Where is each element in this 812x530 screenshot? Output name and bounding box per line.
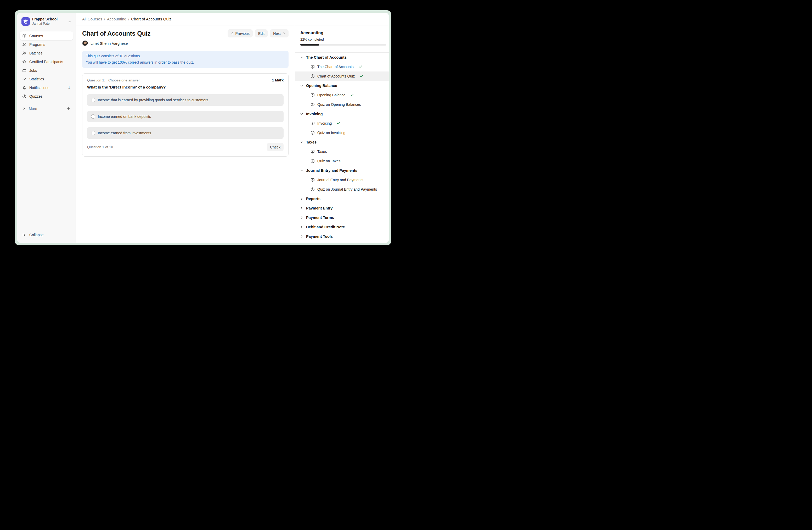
edit-button[interactable]: Edit [255,29,267,38]
outline-section-payment-entry[interactable]: Payment Entry [295,204,389,213]
sidebar-collapse-button[interactable]: Collapse [20,231,73,239]
radio-button-icon[interactable] [91,131,95,135]
sidebar-collapse-label: Collapse [29,233,43,237]
author-row: Linet Sherin Varghese [82,40,289,46]
content-column: All Courses / Accounting / Chart of Acco… [76,13,389,243]
workspace-meta: Frappe School Jannat Patel [32,17,66,26]
graduation-cap-icon [22,60,26,64]
chevron-down-icon [300,169,303,172]
outline-section-payment-terms[interactable]: Payment Terms [295,213,389,222]
outline-section-payment-tools[interactable]: Payment Tools [295,232,389,241]
outline-quiz-chart-of-accounts-quiz[interactable]: Chart of Accounts Quiz [295,71,389,81]
check-icon [350,93,354,97]
quiz-icon [310,131,315,135]
workspace-switcher[interactable]: Frappe School Jannat Patel [20,16,73,26]
outline-section-opening-balance[interactable]: Opening Balance [295,81,389,90]
sidebar-item-label: Statistics [29,77,44,81]
breadcrumb-separator: / [128,17,129,21]
sidebar-item-batches[interactable]: Batches [20,49,73,57]
outline-section-reports[interactable]: Reports [295,194,389,204]
question-text: What is the 'Direct Income' of a company… [87,85,284,89]
outline-lesson-the-chart-of-accounts[interactable]: The Chart of Accounts [295,62,389,71]
question-instruction: Choose one answer [108,78,140,82]
chevron-right-icon [300,206,303,210]
quiz-notice-line1: This quiz consists of 10 questions. [86,53,285,59]
outline-section-taxes[interactable]: Taxes [295,138,389,147]
sidebar-item-quizzes[interactable]: Quizzes [20,92,73,100]
chevron-right-icon [300,225,303,229]
answer-option-3[interactable]: Income earned from investments [87,127,284,139]
title-row: Chart of Accounts Quiz Previous Edit [82,29,289,38]
course-progress-bar [300,44,386,45]
course-outline-header: Accounting 22% completed [295,25,389,45]
breadcrumb-bar: All Courses / Accounting / Chart of Acco… [76,13,389,25]
workspace-user: Jannat Patel [32,22,66,26]
check-icon [360,74,364,78]
sidebar-spacer [20,113,73,231]
sidebar-item-label: Batches [29,51,43,55]
route-icon [22,42,26,46]
outline-section-journal-entry-and-payments[interactable]: Journal Entry and Payments [295,166,389,175]
next-button[interactable]: Next [270,29,289,38]
chevron-left-icon [231,32,234,35]
sidebar-item-programs[interactable]: Programs [20,40,73,49]
app-window: Frappe School Jannat Patel Courses Progr… [17,13,389,243]
course-outline-tree: The Chart of Accounts The Chart of Accou… [295,53,389,243]
check-button-label: Check [270,145,280,149]
outline-quiz-on-taxes[interactable]: Quiz on Taxes [295,156,389,166]
outline-lesson-taxes[interactable]: Taxes [295,147,389,156]
sidebar-item-notifications[interactable]: Notifications 1 [20,83,73,92]
sidebar-more-toggle[interactable]: More [20,104,73,113]
outline-lesson-opening-balance[interactable]: Opening Balance [295,90,389,100]
lesson-icon [310,150,315,154]
outline-quiz-on-opening-balances[interactable]: Quiz on Opening Balances [295,100,389,109]
author-name: Linet Sherin Varghese [90,41,128,45]
chevron-down-icon [300,56,303,59]
chevron-right-icon [300,235,303,238]
window-frame: Frappe School Jannat Patel Courses Progr… [15,10,391,245]
course-outline-panel: Accounting 22% completed The Chart of Ac… [295,25,389,243]
bell-icon [22,86,26,90]
help-circle-icon [22,94,26,98]
breadcrumb-accounting[interactable]: Accounting [107,17,126,21]
outline-lesson-journal-entry-and-payments[interactable]: Journal Entry and Payments [295,175,389,185]
sidebar-item-label: Certified Participants [29,60,63,64]
previous-button[interactable]: Previous [228,29,253,38]
users-icon [22,51,26,55]
outline-lesson-invoicing[interactable]: Invoicing [295,118,389,128]
app-sidebar: Frappe School Jannat Patel Courses Progr… [17,13,76,243]
outline-quiz-on-invoicing[interactable]: Quiz on Invoicing [295,128,389,138]
add-button[interactable] [67,107,71,111]
lesson-icon [310,93,315,97]
course-title: Accounting [300,31,383,36]
radio-button-icon[interactable] [91,114,95,118]
chevron-down-icon [300,84,303,87]
outline-section-invoicing[interactable]: Invoicing [295,109,389,118]
answer-option-1[interactable]: Income that is earned by providing goods… [87,94,284,106]
sidebar-item-label: Jobs [29,68,37,72]
outline-section-debit-and-credit-note[interactable]: Debit and Credit Note [295,222,389,232]
breadcrumb-separator: / [104,17,105,21]
outline-quiz-on-journal-entry-and-payments[interactable]: Quiz on Journal Entry and Payments [295,185,389,194]
sidebar-item-statistics[interactable]: Statistics [20,75,73,83]
check-icon [359,65,363,69]
chevron-right-icon [300,197,303,200]
outline-section-the-chart-of-accounts[interactable]: The Chart of Accounts [295,53,389,62]
answer-option-2[interactable]: Income earned on bank deposits [87,111,284,122]
check-icon [337,121,340,125]
quiz-footer: Question 1 of 10 Check [87,143,284,151]
page-body: Chart of Accounts Quiz Previous Edit [76,25,389,243]
breadcrumb-current: Chart of Accounts Quiz [131,17,171,21]
desktop-background: Frappe School Jannat Patel Courses Progr… [0,0,406,265]
quiz-card: Question 1: Choose one answer 1 Mark Wha… [82,73,289,157]
breadcrumb-all-courses[interactable]: All Courses [82,17,102,21]
sidebar-item-courses[interactable]: Courses [20,31,73,40]
chevron-down-icon [300,140,303,144]
course-completed-label: 22% completed [300,38,383,41]
sidebar-item-jobs[interactable]: Jobs [20,66,73,75]
answer-option-label: Income earned from investments [98,131,151,135]
check-button[interactable]: Check [267,143,284,151]
radio-button-icon[interactable] [91,98,95,102]
frappe-school-logo-icon [21,17,30,26]
sidebar-item-certified-participants[interactable]: Certified Participants [20,57,73,66]
